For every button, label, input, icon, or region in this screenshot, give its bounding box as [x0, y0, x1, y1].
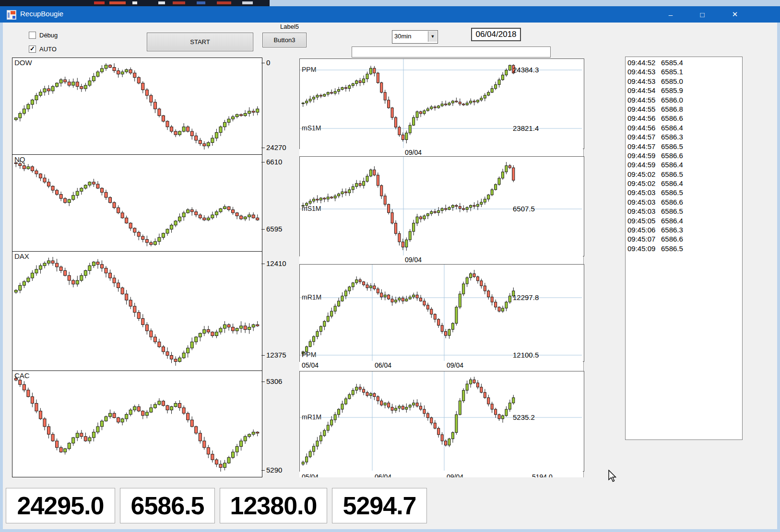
- mouse-cursor: [608, 470, 621, 483]
- log-row[interactable]: 09:44:596586.4: [627, 161, 742, 170]
- log-value: 6585.4: [661, 58, 683, 68]
- log-row[interactable]: 09:45:076586.6: [627, 235, 742, 244]
- axis-tick: [261, 63, 265, 63]
- log-time: 09:45:09: [627, 244, 661, 254]
- log-time: 09:45:02: [627, 170, 661, 179]
- log-value: 6586.5: [661, 244, 683, 254]
- date-label: 06/04: [375, 473, 391, 477]
- axis-tick: [261, 264, 265, 264]
- command-input[interactable]: [352, 46, 551, 58]
- label5: Label5: [280, 23, 299, 30]
- candlestick-plot-m3: [300, 265, 584, 361]
- axis-tick: [261, 355, 265, 356]
- log-value: 6586.5: [661, 170, 683, 179]
- date-label: 09/04: [405, 256, 422, 264]
- clipped-grid-value: 5194.0: [532, 473, 553, 477]
- grid-value-m3-1: 12100.5: [513, 351, 539, 359]
- grid-label-m1-0: PPM: [302, 66, 316, 73]
- maximize-button-icon[interactable]: □: [691, 6, 713, 23]
- date-strip-3: 05/0406/0409/045194.0: [300, 471, 583, 477]
- chart-label-cac: CAC: [14, 371, 30, 380]
- axis-tick: [261, 470, 265, 471]
- start-button[interactable]: START: [147, 33, 253, 51]
- chart-m1: PPM24384.3mS1M23821.4: [299, 58, 584, 149]
- axis-tick-label: 5290: [266, 466, 282, 474]
- window-left-edge: [0, 23, 3, 532]
- log-time: 09:45:03: [627, 198, 661, 207]
- log-value: 6586.5: [661, 142, 683, 151]
- ticker-value-1: 6586.5: [120, 488, 215, 523]
- chart-dow: DOW: [12, 58, 262, 155]
- axis-tick-label: 12410: [266, 259, 286, 267]
- log-row[interactable]: 09:44:536585.0: [627, 77, 742, 86]
- log-row[interactable]: 09:45:036586.6: [627, 198, 742, 207]
- log-row[interactable]: 09:44:546585.9: [627, 86, 742, 95]
- chevron-down-icon[interactable]: ▼: [428, 31, 437, 42]
- log-row[interactable]: 09:45:026586.4: [627, 179, 742, 188]
- log-row[interactable]: 09:44:566586.4: [627, 124, 742, 133]
- app-icon: [7, 10, 16, 20]
- axis-tick: [261, 229, 265, 230]
- ticker-value-0: 24295.0: [6, 488, 115, 523]
- titlebar[interactable]: RecupBougie – □ ✕: [0, 6, 780, 23]
- log-time: 09:44:59: [627, 161, 661, 170]
- candlestick-plot-m1: [300, 59, 584, 149]
- chart-label-nq: NQ: [14, 155, 25, 163]
- log-row[interactable]: 09:44:596586.6: [627, 151, 742, 161]
- log-value: 6585.9: [661, 86, 683, 95]
- log-value: 6586.4: [661, 217, 683, 226]
- log-row[interactable]: 09:45:026586.5: [627, 170, 742, 179]
- log-time: 09:44:57: [627, 142, 661, 151]
- tick-log-list[interactable]: 09:44:526585.409:44:536585.109:44:536585…: [625, 57, 743, 440]
- log-time: 09:45:02: [627, 179, 661, 188]
- axis-tick-label: 12375: [266, 351, 286, 359]
- grid-value-m3-0: 12297.8: [513, 293, 539, 301]
- axis-tick: [261, 148, 265, 148]
- debug-checkbox[interactable]: [29, 32, 36, 39]
- auto-checkbox[interactable]: ✓: [29, 46, 36, 53]
- log-time: 09:45:03: [627, 188, 661, 197]
- log-time: 09:44:53: [627, 68, 661, 77]
- log-row[interactable]: 09:44:576586.5: [627, 142, 742, 151]
- log-value: 6585.1: [661, 68, 683, 77]
- close-button-icon[interactable]: ✕: [724, 6, 746, 23]
- candlestick-plot-dow: [12, 58, 262, 155]
- date-field[interactable]: [471, 28, 521, 41]
- log-row[interactable]: 09:45:036586.5: [627, 188, 742, 197]
- chart-dax: DAX: [12, 251, 262, 371]
- axis-tick-label: 5306: [266, 377, 282, 385]
- log-value: 6586.5: [661, 188, 683, 197]
- log-row[interactable]: 09:44:576586.3: [627, 133, 742, 142]
- log-row[interactable]: 09:44:536585.1: [627, 68, 742, 77]
- background-window-sliver: [0, 0, 780, 6]
- log-row[interactable]: 09:44:556586.0: [627, 96, 742, 105]
- grid-label-m1-1: mS1M: [302, 124, 321, 132]
- log-row[interactable]: 09:45:036586.5: [627, 207, 742, 216]
- axis-tick-label: 24270: [266, 143, 286, 151]
- date-strip-2: 05/0406/0409/04: [300, 361, 583, 371]
- button3[interactable]: Button3: [262, 33, 307, 47]
- log-time: 09:45:07: [627, 235, 661, 244]
- auto-checkbox-label: AUTO: [39, 46, 57, 53]
- log-row[interactable]: 09:45:066586.3: [627, 226, 742, 235]
- candlestick-plot-m4: [300, 371, 584, 471]
- ticker-value-2: 12380.0: [220, 488, 327, 523]
- log-value: 6586.0: [661, 96, 683, 105]
- chart-nq: NQ: [12, 154, 262, 252]
- log-row[interactable]: 09:44:556586.8: [627, 105, 742, 114]
- log-row[interactable]: 09:45:056586.4: [627, 217, 742, 226]
- date-label: 09/04: [447, 473, 463, 477]
- log-value: 6586.3: [661, 226, 683, 235]
- minimize-button-icon[interactable]: –: [660, 6, 682, 23]
- date-label: 05/04: [302, 473, 319, 477]
- interval-select[interactable]: 30min ▼: [392, 30, 438, 44]
- log-row[interactable]: 09:44:566586.6: [627, 114, 742, 123]
- check-icon: ✓: [30, 45, 35, 52]
- log-row[interactable]: 09:44:526585.4: [627, 58, 742, 68]
- log-value: 6586.5: [661, 207, 683, 216]
- grid-label-m4-0: mR1M: [302, 413, 321, 421]
- log-row[interactable]: 09:45:096586.5: [627, 244, 742, 254]
- window-title: RecupBougie: [20, 10, 63, 18]
- axis-tick-label: 0: [266, 58, 270, 67]
- axis-tick: [261, 162, 265, 162]
